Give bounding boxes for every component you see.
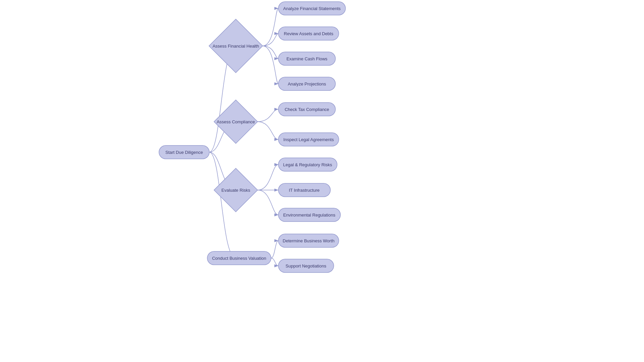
connector-fin-examine	[263, 46, 278, 59]
leaf-env-reg-label: Environmental Regulations	[283, 213, 335, 218]
connector-fin-analyze	[263, 8, 278, 46]
diamond-risks-label: Evaluate Risks	[221, 188, 250, 193]
leaf-it-infra-label: IT Infrastructure	[289, 188, 320, 193]
diamond-financial-health-label: Assess Financial Health	[213, 44, 259, 49]
diagram: Start Due Diligence Assess Financial Hea…	[0, 0, 644, 362]
connector-fin-review	[263, 34, 278, 46]
leaf-legal-regulatory-label: Legal & Regulatory Risks	[283, 162, 332, 167]
leaf-analyze-projections-label: Analyze Projections	[288, 81, 326, 86]
connector-val-neg	[271, 258, 278, 266]
leaf-analyze-financial-label: Analyze Financial Statements	[283, 6, 341, 11]
leaf-support-neg-label: Support Negotiations	[285, 263, 326, 268]
leaf-review-assets-label: Review Assets and Debts	[284, 31, 333, 36]
connector-risk-env	[258, 190, 278, 215]
connector-risk-legal	[258, 165, 278, 190]
leaf-examine-cash-label: Examine Cash Flows	[286, 56, 328, 61]
leaf-check-tax-label: Check Tax Compliance	[285, 107, 329, 112]
connector-comp-tax	[258, 109, 278, 122]
leaf-inspect-legal-label: Inspect Legal Agreements	[283, 137, 334, 142]
start-node-label: Start Due Diligence	[165, 150, 203, 155]
node-business-valuation-label: Conduct Business Valuation	[212, 256, 266, 261]
leaf-determine-worth-label: Determine Business Worth	[283, 238, 334, 243]
connector-val-worth	[271, 241, 278, 258]
connector-comp-legal	[258, 122, 278, 139]
diamond-compliance-label: Assess Compliance	[217, 119, 255, 124]
connector-fin-projections	[263, 46, 278, 84]
